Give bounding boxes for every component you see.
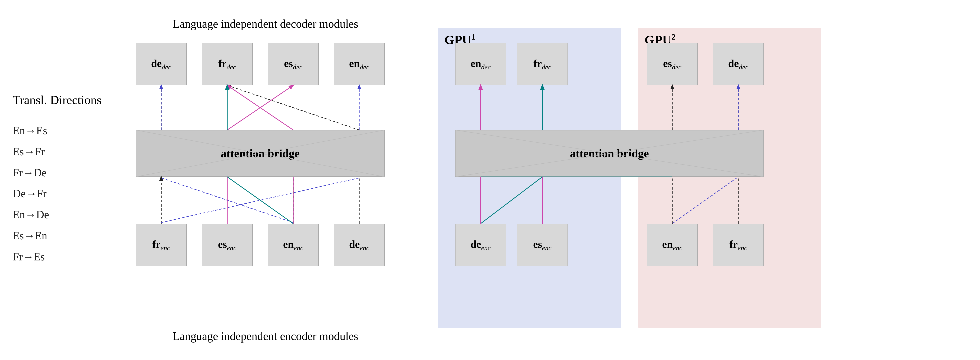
en-dec-label: endec [349,57,369,71]
svg-line-7 [161,178,293,222]
main-container: Transl. Directions En→Es Es→Fr Fr→De De→… [0,0,980,360]
en-dec-box: endec [334,43,385,85]
right-fr-dec-box: frdec [517,43,568,85]
de-dec-box: dedec [136,43,187,85]
svg-line-10 [227,85,293,130]
svg-line-5 [161,178,359,222]
right-en-dec-box: endec [455,43,506,85]
attention-bridge-right: attention bridge [455,130,764,177]
svg-line-13 [227,177,293,224]
transl-label: Transl. [13,93,47,107]
direction-item-4: De→Fr [13,183,102,204]
right-en-enc-box: enenc [647,224,698,266]
attention-bridge-left: attention bridge [136,130,385,177]
right-de-dec-box: dedec [713,43,764,85]
direction-item-1: En→Es [13,120,102,141]
left-diagram-title-bottom: Language independent encoder modules [115,330,417,343]
directions-panel: Transl. Directions En→Es Es→Fr Fr→De De→… [13,92,102,267]
right-fr-enc-box: frenc [713,224,764,266]
direction-item-6: Es→En [13,225,102,246]
fr-dec-label: frdec [218,57,236,71]
attention-bridge-right-label: attention bridge [570,147,649,160]
left-diagram-title-top: Language independent decoder modules [115,17,417,30]
direction-item-2: Es→Fr [13,141,102,162]
svg-line-4 [227,85,359,130]
directions-label: Directions [50,93,102,107]
es-enc-box: esenc [202,224,253,266]
es-enc-label: esenc [218,238,236,252]
right-diagram: GPU1 GPU2 endec frdec esdec dedec att [438,15,821,345]
en-enc-box: enenc [268,224,319,266]
direction-item-3: Fr→De [13,162,102,183]
attention-bridge-left-label: attention bridge [221,147,300,160]
fr-enc-box: frenc [136,224,187,266]
right-es-enc-box: esenc [517,224,568,266]
left-diagram: Language independent decoder modules Lan… [115,15,417,345]
de-enc-box: deenc [334,224,385,266]
en-enc-label: enenc [283,238,303,252]
es-dec-box: esdec [268,43,319,85]
de-dec-label: dedec [151,57,171,71]
right-de-enc-box: deenc [455,224,506,266]
de-enc-label: deenc [349,238,369,252]
direction-item-7: Fr→Es [13,246,102,268]
fr-dec-box: frdec [202,43,253,85]
es-dec-label: esdec [284,57,302,71]
direction-item-5: En→De [13,204,102,225]
directions-title: Transl. Directions [13,92,102,108]
fr-enc-label: frenc [152,238,170,252]
right-es-dec-box: esdec [647,43,698,85]
svg-line-12 [227,85,293,130]
